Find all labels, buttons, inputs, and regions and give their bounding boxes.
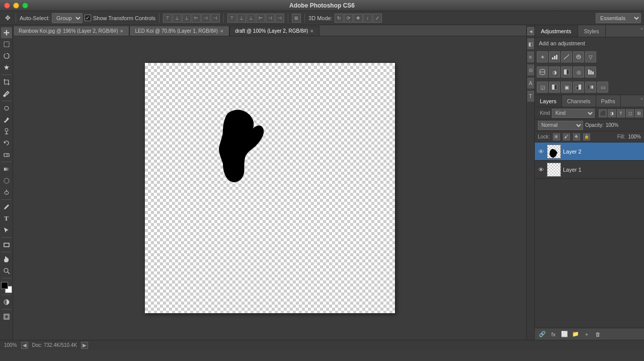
levels-icon[interactable] <box>549 51 560 62</box>
move-tool[interactable] <box>1 27 12 38</box>
new-layer-icon[interactable]: + <box>582 330 591 339</box>
align-hcenter-icon[interactable]: ⊣ <box>201 14 210 23</box>
lock-position-icon[interactable]: ✥ <box>573 133 580 140</box>
tab-draft-close[interactable]: ✕ <box>310 29 314 34</box>
marquee-tool[interactable] <box>1 39 12 50</box>
adj-tab-adjustments[interactable]: Adjustments <box>535 25 578 37</box>
lasso-tool[interactable] <box>1 50 12 61</box>
dist-right-icon[interactable]: ⊣ <box>275 14 284 23</box>
spot-healing-tool[interactable] <box>1 103 12 114</box>
autoselect-select[interactable]: Group Layer <box>52 13 83 23</box>
tab-rainbow-koi[interactable]: Rainbow Koi.jpg @ 196% (Layer 2, RGB/8#)… <box>13 26 129 36</box>
foreground-color-swatch[interactable] <box>1 282 8 289</box>
minimize-button[interactable] <box>13 3 19 9</box>
quick-mask-tool[interactable] <box>1 297 12 308</box>
dist-vcenter-icon[interactable]: ⊥ <box>237 14 246 23</box>
add-mask-icon[interactable]: ⬜ <box>560 330 569 339</box>
eyedropper-tool[interactable] <box>1 88 12 99</box>
lock-pixels-icon[interactable]: 🖌 <box>563 133 570 140</box>
path-selection-tool[interactable] <box>1 225 12 236</box>
color-swatches[interactable] <box>1 282 12 293</box>
text-icon-side[interactable]: T <box>527 91 534 102</box>
tab-led-koi[interactable]: LED Koi @ 70.8% (Layer 1, RGB/8#) ✕ <box>129 26 229 36</box>
filter-pixel-icon[interactable]: ⬛ <box>599 109 607 117</box>
channel-mixer-icon[interactable] <box>585 66 596 78</box>
layers-panel-collapse[interactable]: « <box>639 95 644 107</box>
align-bottom-icon[interactable]: ⊥ <box>182 14 191 23</box>
hand-tool[interactable] <box>1 254 12 265</box>
maximize-button[interactable] <box>22 3 28 9</box>
add-style-icon[interactable]: fx <box>549 330 558 339</box>
brush-tool[interactable] <box>1 114 12 125</box>
tab-rainbow-koi-close[interactable]: ✕ <box>120 29 124 34</box>
artboard-icon[interactable]: ◧ <box>527 38 534 49</box>
gradient-tool[interactable] <box>1 164 12 175</box>
dist-hcenter-icon[interactable]: ⊣ <box>266 14 275 23</box>
tab-draft[interactable]: draft @ 100% (Layer 2, RGB/8#) ✕ <box>229 26 319 36</box>
close-button[interactable] <box>4 3 10 9</box>
selective-color-icon[interactable]: ▭ <box>597 82 608 93</box>
panel-collapse-btn[interactable]: ◀ <box>527 27 534 35</box>
workspace-select[interactable]: Essentials Design Painting Photography <box>596 13 641 23</box>
align-right-icon[interactable]: ⊣ <box>211 14 220 23</box>
photo-filter-icon[interactable]: ◎ <box>573 66 584 78</box>
rectangle-tool[interactable] <box>1 239 12 250</box>
curves-icon[interactable] <box>561 51 572 62</box>
3d-pan-icon[interactable]: ✥ <box>354 14 363 23</box>
kind-select[interactable]: Kind Name Effect Mode Attribute Color Sm… <box>552 109 595 118</box>
delete-layer-icon[interactable]: 🗑 <box>593 330 602 339</box>
tab-layers[interactable]: Layers <box>535 95 562 107</box>
posterize-icon[interactable]: ▣ <box>561 82 572 93</box>
layers-icon-side[interactable]: ≡ <box>527 51 534 62</box>
text-tool[interactable]: T <box>1 213 12 224</box>
status-prev-btn[interactable]: ◀ <box>21 342 28 349</box>
lock-transparent-icon[interactable]: ⊞ <box>553 133 560 140</box>
tab-led-koi-close[interactable]: ✕ <box>220 29 224 34</box>
blur-tool[interactable] <box>1 175 12 186</box>
arrange-icon[interactable]: ⊞ <box>292 14 301 23</box>
filter-shape-icon[interactable]: ◻ <box>626 109 634 117</box>
filter-smartobj-icon[interactable]: ⊞ <box>635 109 643 117</box>
color-balance-icon[interactable]: ◑ <box>549 66 560 78</box>
zoom-tool[interactable] <box>1 265 12 276</box>
filter-type-icon[interactable]: T <box>617 109 625 117</box>
tab-channels[interactable]: Channels <box>562 95 596 107</box>
3d-scale-icon[interactable]: ⤢ <box>373 14 382 23</box>
3d-slide-icon[interactable]: ↕ <box>363 14 372 23</box>
status-next-btn[interactable]: ▶ <box>81 342 88 349</box>
pen-tool[interactable] <box>1 201 12 212</box>
dodge-tool[interactable] <box>1 187 12 198</box>
new-group-icon[interactable]: 📁 <box>571 330 580 339</box>
dist-bottom-icon[interactable]: ⊥ <box>247 14 256 23</box>
layer-item-layer1[interactable]: 👁 Layer 1 <box>535 161 644 179</box>
history-brush-tool[interactable] <box>1 137 12 149</box>
layer2-visibility[interactable]: 👁 <box>537 148 545 156</box>
blend-mode-select[interactable]: Normal Dissolve Multiply Screen Overlay <box>538 121 583 130</box>
gradient-map-icon[interactable] <box>585 82 596 93</box>
filter-adjustment-icon[interactable]: ◑ <box>608 109 616 117</box>
vibrance-icon[interactable]: ▽ <box>585 51 596 62</box>
link-layers-icon[interactable]: 🔗 <box>538 330 547 339</box>
hue-saturation-icon[interactable] <box>537 66 548 78</box>
lock-all-icon[interactable]: 🔒 <box>583 133 590 140</box>
align-vcenter-icon[interactable]: ⊥ <box>173 14 182 23</box>
3d-roll-icon[interactable]: ⟳ <box>344 14 353 23</box>
clone-stamp-tool[interactable] <box>1 126 12 137</box>
adjustments-icon-side[interactable]: ⊙ <box>527 64 534 76</box>
exposure-icon[interactable] <box>573 51 584 62</box>
adj-tab-styles[interactable]: Styles <box>578 25 606 37</box>
brightness-contrast-icon[interactable]: ☀ <box>537 51 548 62</box>
invert-icon[interactable] <box>549 82 560 93</box>
color-lookup-icon[interactable]: ◲ <box>537 82 548 93</box>
transform-controls-checkbox[interactable] <box>85 15 91 21</box>
dist-top-icon[interactable]: ⊤ <box>227 14 236 23</box>
tab-paths[interactable]: Paths <box>596 95 621 107</box>
fill-value[interactable]: 100% <box>628 134 641 139</box>
eraser-tool[interactable] <box>1 149 12 160</box>
layer-item-layer2[interactable]: 👁 Layer 2 <box>535 142 644 161</box>
adj-panel-collapse[interactable]: « <box>639 25 644 37</box>
styles-icon-side[interactable]: A <box>527 78 534 89</box>
dist-left-icon[interactable]: ⊢ <box>256 14 265 23</box>
magic-wand-tool[interactable] <box>1 62 12 73</box>
align-top-icon[interactable]: ⊤ <box>163 14 172 23</box>
